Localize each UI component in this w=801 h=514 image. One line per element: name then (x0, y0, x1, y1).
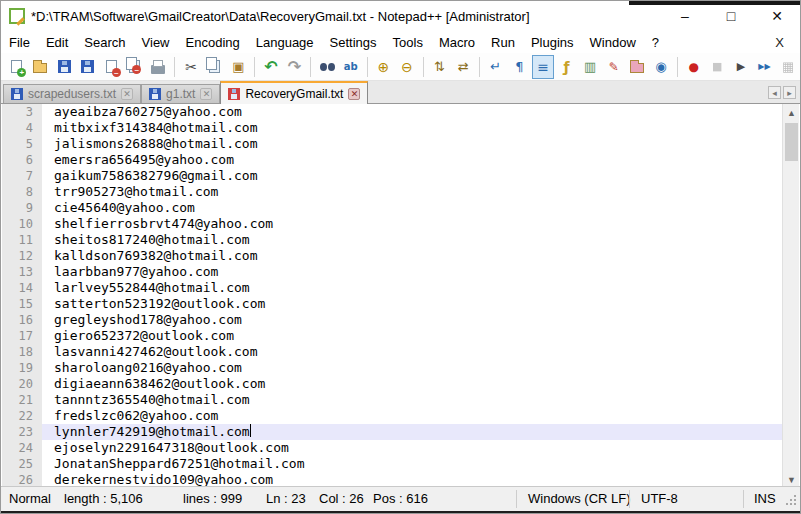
editor-line[interactable]: 12kalldson769382@hotmail.com (2, 248, 782, 264)
editor-line[interactable]: 17giero652372@outlook.com (2, 328, 782, 344)
editor-line[interactable]: 8trr905273@hotmail.com (2, 184, 782, 200)
editor-line[interactable]: 19sharoloang0216@yahoo.com (2, 360, 782, 376)
macro-run-multiple-icon: ▶▶ (758, 63, 770, 71)
line-number: 15 (2, 296, 42, 312)
maximize-button[interactable]: □ (708, 1, 754, 31)
editor-line[interactable]: 23lynnler742919@hotmail.com (2, 424, 782, 440)
save-all-icon (81, 60, 94, 73)
close-all-documents-button[interactable]: – (124, 55, 146, 79)
indent-guide-button[interactable]: ≡ (532, 55, 554, 79)
minimize-button[interactable]: – (662, 1, 708, 31)
find-button[interactable] (316, 55, 338, 79)
resize-grip-icon[interactable] (794, 503, 796, 505)
line-number: 9 (2, 200, 42, 216)
scroll-up-icon[interactable]: ▲ (783, 104, 799, 121)
close-document-button[interactable]: – (100, 55, 122, 79)
menu-item-edit[interactable]: Edit (38, 33, 76, 52)
editor-line[interactable]: 21tannntz365540@hotmail.com (2, 392, 782, 408)
editor-line[interactable]: 24ejoselyn2291647318@outlook.com (2, 440, 782, 456)
status-encoding[interactable]: UTF-8 (641, 491, 678, 506)
tab-label: g1.txt (166, 87, 195, 101)
paste-button[interactable]: ▣ (227, 55, 249, 79)
editor-line[interactable]: 7gaikum7586382796@gmail.com (2, 168, 782, 184)
menu-item-tools[interactable]: Tools (385, 33, 431, 52)
document-switcher-button[interactable]: ✎ (603, 55, 625, 79)
editor-line[interactable]: 16gregleyshod178@yahoo.com (2, 312, 782, 328)
editor-line[interactable]: 20digiaeann638462@outlook.com (2, 376, 782, 392)
print-button[interactable] (148, 55, 170, 79)
menu-item-settings[interactable]: Settings (322, 33, 385, 52)
tab-scrapedusers[interactable]: scrapedusers.txt✕ (3, 84, 141, 103)
menu-item-search[interactable]: Search (76, 33, 133, 52)
save-all-button[interactable] (77, 55, 99, 79)
editor-line[interactable]: 3ayeaibza760275@yahoo.com (2, 104, 782, 120)
zoom-out-button[interactable]: ⊖ (396, 55, 418, 79)
folder-as-workspace-icon (630, 63, 644, 73)
editor-line[interactable]: 11sheitos817240@hotmail.com (2, 232, 782, 248)
close-tab-icon[interactable]: ✕ (200, 88, 212, 100)
status-ins-mode[interactable]: INS (754, 491, 776, 506)
macro-record-button[interactable]: ● (683, 55, 705, 79)
status-eol[interactable]: Windows (CR LF) (528, 491, 631, 506)
editor-line[interactable]: 10shelfierrosbrvt474@yahoo.com (2, 216, 782, 232)
undo-button[interactable]: ↶ (260, 55, 282, 79)
editor-line[interactable]: 13laarbban977@yahoo.com (2, 264, 782, 280)
screen-edge-strip (629, 1, 800, 5)
editor-line[interactable]: 18lasvanni427462@outlook.com (2, 344, 782, 360)
menu-item-file[interactable]: File (1, 33, 38, 52)
show-all-characters-button[interactable]: ¶ (509, 55, 531, 79)
editor-line[interactable]: 4mitbxixf314384@hotmail.com (2, 120, 782, 136)
editor-line[interactable]: 14larlvey552844@hotmail.com (2, 280, 782, 296)
open-file-button[interactable] (30, 55, 52, 79)
editor-line[interactable]: 25JonatanSheppard67251@hotmail.com (2, 456, 782, 472)
editor-area[interactable]: 3ayeaibza760275@yahoo.com4mitbxixf314384… (2, 104, 799, 488)
cut-button[interactable]: ✂ (180, 55, 202, 79)
menu-item-language[interactable]: Language (248, 33, 322, 52)
save-button[interactable] (53, 55, 75, 79)
window-bottom-border (1, 511, 800, 513)
menu-item-help[interactable]: ? (644, 33, 667, 52)
vertical-scrollbar[interactable]: ▲ ▼ (782, 104, 799, 488)
replace-button[interactable]: ab (340, 55, 362, 79)
menu-item-plugins[interactable]: Plugins (523, 33, 582, 52)
editor-line[interactable]: 15satterton523192@outlook.com (2, 296, 782, 312)
line-text: sheitos817240@hotmail.com (54, 232, 250, 248)
copy-button[interactable] (204, 55, 226, 79)
macro-play-button[interactable]: ▶ (730, 55, 752, 79)
line-text: ayeaibza760275@yahoo.com (54, 104, 242, 120)
editor-line[interactable]: 22fredslzc062@yahoo.com (2, 408, 782, 424)
editor-line[interactable]: 5jalismons26888@hotmail.com (2, 136, 782, 152)
folder-as-workspace-button[interactable] (627, 55, 649, 79)
sync-vertical-scroll-button[interactable]: ⇅ (429, 55, 451, 79)
sync-horizontal-scroll-button[interactable]: ⇄ (452, 55, 474, 79)
new-file-button[interactable]: + (6, 55, 28, 79)
tab-label: RecoveryGmail.txt (245, 87, 343, 101)
macro-run-multiple-button[interactable]: ▶▶ (754, 55, 776, 79)
line-number: 21 (2, 392, 42, 408)
redo-button[interactable]: ↷ (284, 55, 306, 79)
close-tab-icon[interactable]: ✕ (348, 88, 360, 100)
scrollbar-thumb[interactable] (785, 123, 798, 161)
word-wrap-button[interactable]: ↵ (485, 55, 507, 79)
zoom-in-button[interactable]: ⊕ (373, 55, 395, 79)
menu-item-view[interactable]: View (134, 33, 178, 52)
close-document-x[interactable]: X (775, 35, 800, 50)
document-map-button[interactable]: ▥ (579, 55, 601, 79)
close-button[interactable]: ✕ (754, 1, 800, 31)
function-list-button[interactable]: ƒ (556, 55, 578, 79)
tab-scroll-right-icon[interactable]: ▸ (783, 86, 796, 99)
menu-item-window[interactable]: Window (582, 33, 644, 52)
tab-scroll-left-icon[interactable]: ◂ (768, 86, 781, 99)
editor-line[interactable]: 6emersra656495@yahoo.com (2, 152, 782, 168)
menu-item-run[interactable]: Run (483, 33, 523, 52)
menu-item-encoding[interactable]: Encoding (178, 33, 248, 52)
save-icon (58, 60, 71, 73)
close-tab-icon[interactable]: ✕ (121, 88, 133, 100)
tab-recoverygmail[interactable]: RecoveryGmail.txt✕ (220, 81, 368, 104)
editor-line[interactable]: 9cie45640@yahoo.com (2, 200, 782, 216)
menu-item-macro[interactable]: Macro (431, 33, 483, 52)
monitoring-button[interactable]: ◉ (650, 55, 672, 79)
close-document-icon: – (106, 60, 117, 73)
line-number: 8 (2, 184, 42, 200)
tab-g1[interactable]: g1.txt✕ (141, 84, 220, 103)
